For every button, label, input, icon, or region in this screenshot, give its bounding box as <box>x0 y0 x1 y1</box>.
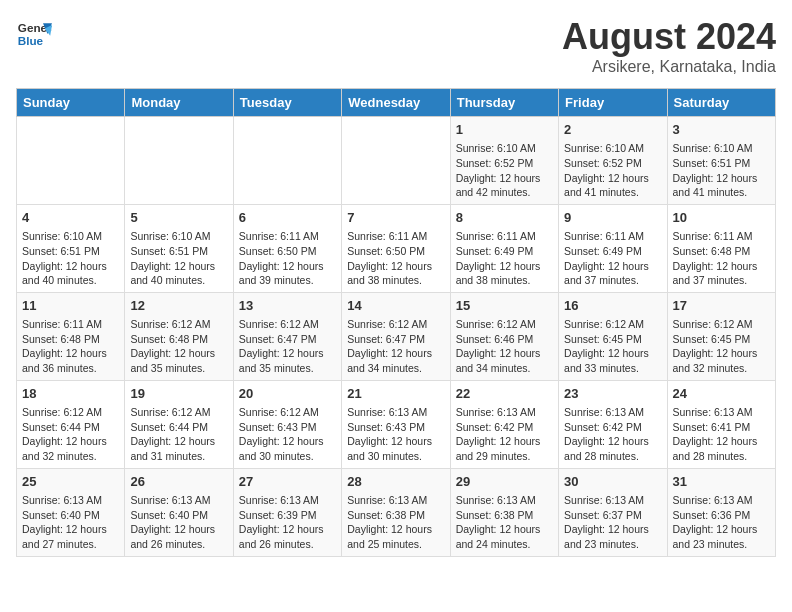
day-info: and 25 minutes. <box>347 538 422 550</box>
calendar-cell: 12Sunrise: 6:12 AMSunset: 6:48 PMDayligh… <box>125 292 233 380</box>
day-info: Sunset: 6:47 PM <box>239 333 317 345</box>
day-info: Sunrise: 6:13 AM <box>673 406 753 418</box>
calendar-week-row: 1Sunrise: 6:10 AMSunset: 6:52 PMDaylight… <box>17 117 776 205</box>
day-info: Daylight: 12 hours <box>456 347 541 359</box>
day-info: Daylight: 12 hours <box>564 260 649 272</box>
day-number: 28 <box>347 473 444 491</box>
day-info: Daylight: 12 hours <box>239 347 324 359</box>
day-info: Daylight: 12 hours <box>130 523 215 535</box>
header-day-thursday: Thursday <box>450 89 558 117</box>
calendar-cell: 8Sunrise: 6:11 AMSunset: 6:49 PMDaylight… <box>450 204 558 292</box>
day-number: 7 <box>347 209 444 227</box>
day-info: Sunrise: 6:13 AM <box>22 494 102 506</box>
calendar-cell: 25Sunrise: 6:13 AMSunset: 6:40 PMDayligh… <box>17 468 125 556</box>
day-info: Sunrise: 6:11 AM <box>456 230 536 242</box>
day-info: and 26 minutes. <box>239 538 314 550</box>
day-info: Sunrise: 6:11 AM <box>347 230 427 242</box>
page-header: General Blue August 2024 Arsikere, Karna… <box>16 16 776 76</box>
day-number: 29 <box>456 473 553 491</box>
day-info: Sunrise: 6:10 AM <box>564 142 644 154</box>
calendar-week-row: 11Sunrise: 6:11 AMSunset: 6:48 PMDayligh… <box>17 292 776 380</box>
day-info: and 30 minutes. <box>239 450 314 462</box>
day-info: and 23 minutes. <box>564 538 639 550</box>
calendar-cell: 4Sunrise: 6:10 AMSunset: 6:51 PMDaylight… <box>17 204 125 292</box>
day-info: Sunrise: 6:10 AM <box>456 142 536 154</box>
day-info: and 27 minutes. <box>22 538 97 550</box>
day-info: Sunrise: 6:11 AM <box>673 230 753 242</box>
day-info: and 35 minutes. <box>130 362 205 374</box>
day-info: Sunrise: 6:13 AM <box>239 494 319 506</box>
day-info: Daylight: 12 hours <box>22 260 107 272</box>
day-info: Daylight: 12 hours <box>22 523 107 535</box>
day-info: Daylight: 12 hours <box>673 260 758 272</box>
day-number: 18 <box>22 385 119 403</box>
day-info: Daylight: 12 hours <box>130 435 215 447</box>
calendar-cell <box>17 117 125 205</box>
day-info: Sunset: 6:47 PM <box>347 333 425 345</box>
day-info: Sunrise: 6:11 AM <box>239 230 319 242</box>
day-number: 15 <box>456 297 553 315</box>
day-info: Sunset: 6:51 PM <box>130 245 208 257</box>
day-info: Sunrise: 6:13 AM <box>347 406 427 418</box>
calendar-cell: 19Sunrise: 6:12 AMSunset: 6:44 PMDayligh… <box>125 380 233 468</box>
day-info: Sunset: 6:39 PM <box>239 509 317 521</box>
calendar-cell: 7Sunrise: 6:11 AMSunset: 6:50 PMDaylight… <box>342 204 450 292</box>
header-day-friday: Friday <box>559 89 667 117</box>
calendar-cell: 15Sunrise: 6:12 AMSunset: 6:46 PMDayligh… <box>450 292 558 380</box>
subtitle: Arsikere, Karnataka, India <box>562 58 776 76</box>
day-info: and 34 minutes. <box>456 362 531 374</box>
day-info: Daylight: 12 hours <box>22 435 107 447</box>
calendar-week-row: 18Sunrise: 6:12 AMSunset: 6:44 PMDayligh… <box>17 380 776 468</box>
day-number: 26 <box>130 473 227 491</box>
day-info: and 31 minutes. <box>130 450 205 462</box>
day-info: and 38 minutes. <box>347 274 422 286</box>
day-info: Sunrise: 6:12 AM <box>564 318 644 330</box>
day-number: 3 <box>673 121 770 139</box>
day-info: Daylight: 12 hours <box>347 523 432 535</box>
day-info: Sunrise: 6:13 AM <box>456 406 536 418</box>
title-area: August 2024 Arsikere, Karnataka, India <box>562 16 776 76</box>
day-info: and 37 minutes. <box>564 274 639 286</box>
calendar-body: 1Sunrise: 6:10 AMSunset: 6:52 PMDaylight… <box>17 117 776 557</box>
day-number: 17 <box>673 297 770 315</box>
day-info: and 30 minutes. <box>347 450 422 462</box>
calendar-cell: 16Sunrise: 6:12 AMSunset: 6:45 PMDayligh… <box>559 292 667 380</box>
day-info: and 42 minutes. <box>456 186 531 198</box>
day-number: 9 <box>564 209 661 227</box>
day-info: Daylight: 12 hours <box>673 347 758 359</box>
day-info: and 36 minutes. <box>22 362 97 374</box>
day-info: Daylight: 12 hours <box>673 435 758 447</box>
day-info: Daylight: 12 hours <box>456 172 541 184</box>
day-info: and 34 minutes. <box>347 362 422 374</box>
day-number: 12 <box>130 297 227 315</box>
day-info: Sunrise: 6:10 AM <box>22 230 102 242</box>
day-number: 19 <box>130 385 227 403</box>
day-info: and 29 minutes. <box>456 450 531 462</box>
day-info: Sunset: 6:48 PM <box>130 333 208 345</box>
day-info: Daylight: 12 hours <box>564 172 649 184</box>
calendar-cell: 23Sunrise: 6:13 AMSunset: 6:42 PMDayligh… <box>559 380 667 468</box>
day-info: Daylight: 12 hours <box>456 260 541 272</box>
day-info: Sunset: 6:51 PM <box>22 245 100 257</box>
day-info: Sunset: 6:50 PM <box>239 245 317 257</box>
day-info: Sunset: 6:48 PM <box>673 245 751 257</box>
calendar-table: SundayMondayTuesdayWednesdayThursdayFrid… <box>16 88 776 557</box>
header-day-saturday: Saturday <box>667 89 775 117</box>
day-info: and 39 minutes. <box>239 274 314 286</box>
day-info: Sunrise: 6:12 AM <box>130 406 210 418</box>
day-info: Sunrise: 6:13 AM <box>564 494 644 506</box>
calendar-cell: 27Sunrise: 6:13 AMSunset: 6:39 PMDayligh… <box>233 468 341 556</box>
day-number: 20 <box>239 385 336 403</box>
day-info: Daylight: 12 hours <box>22 347 107 359</box>
calendar-cell: 21Sunrise: 6:13 AMSunset: 6:43 PMDayligh… <box>342 380 450 468</box>
day-info: Daylight: 12 hours <box>130 347 215 359</box>
day-info: Sunset: 6:44 PM <box>130 421 208 433</box>
calendar-cell: 26Sunrise: 6:13 AMSunset: 6:40 PMDayligh… <box>125 468 233 556</box>
day-info: Sunset: 6:46 PM <box>456 333 534 345</box>
day-number: 5 <box>130 209 227 227</box>
day-info: Sunrise: 6:13 AM <box>130 494 210 506</box>
day-info: and 35 minutes. <box>239 362 314 374</box>
day-info: Daylight: 12 hours <box>347 435 432 447</box>
day-info: Daylight: 12 hours <box>564 523 649 535</box>
day-info: and 37 minutes. <box>673 274 748 286</box>
